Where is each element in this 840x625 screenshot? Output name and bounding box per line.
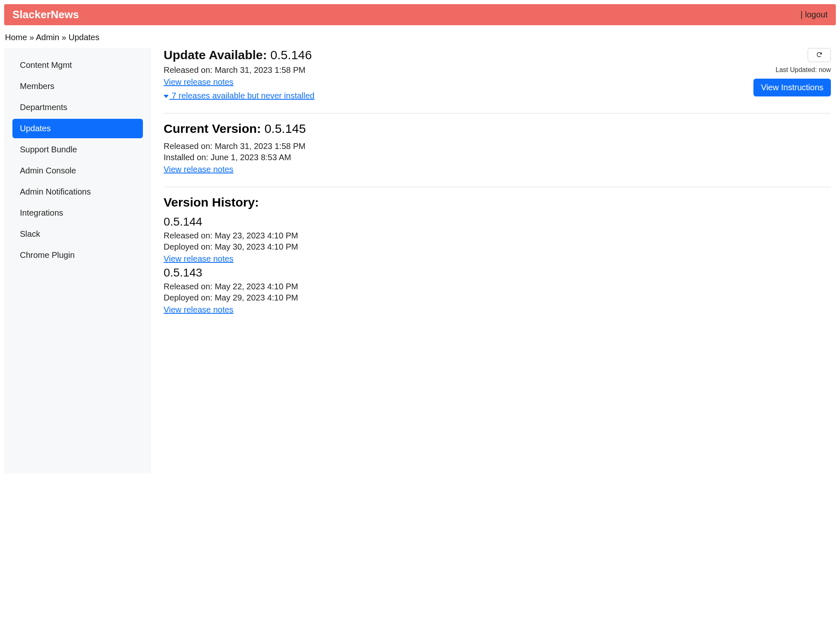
current-version-heading: Current Version: 0.5.145 bbox=[164, 122, 831, 136]
current-released-line: Released on: March 31, 2023 1:58 PM bbox=[164, 142, 831, 151]
update-available-version: 0.5.146 bbox=[270, 48, 312, 62]
deployed-label: Deployed on: bbox=[164, 293, 215, 302]
last-updated-text: Last Updated: now bbox=[753, 66, 831, 74]
view-instructions-button[interactable]: View Instructions bbox=[753, 79, 831, 96]
sidebar-item-label: Departments bbox=[20, 103, 68, 112]
history-item: 0.5.143 Released on: May 22, 2023 4:10 P… bbox=[164, 266, 831, 315]
deployed-value: May 29, 2023 4:10 PM bbox=[215, 293, 298, 302]
sidebar-item-content-mgmt[interactable]: Content Mgmt bbox=[12, 55, 143, 75]
sidebar-item-label: Admin Notifications bbox=[20, 187, 91, 196]
divider bbox=[164, 187, 831, 187]
update-available-heading: Update Available: 0.5.146 bbox=[164, 48, 314, 62]
version-history-label: Version History: bbox=[164, 195, 259, 209]
sidebar-item-updates[interactable]: Updates bbox=[12, 119, 143, 138]
breadcrumb-current: Updates bbox=[68, 33, 99, 42]
main-content: Update Available: 0.5.146 Released on: M… bbox=[164, 48, 836, 317]
installed-label: Installed on: bbox=[164, 153, 210, 162]
breadcrumb-sep1: » bbox=[27, 33, 36, 42]
sidebar-item-label: Updates bbox=[20, 124, 51, 133]
history-released-line: Released on: May 23, 2023 4:10 PM bbox=[164, 231, 831, 240]
history-release-notes-link[interactable]: View release notes bbox=[164, 254, 234, 264]
current-release-notes-link[interactable]: View release notes bbox=[164, 165, 234, 174]
sidebar-item-departments[interactable]: Departments bbox=[12, 98, 143, 117]
sidebar-item-label: Admin Console bbox=[20, 166, 76, 175]
released-label: Released on: bbox=[164, 282, 215, 291]
sidebar-item-label: Content Mgmt bbox=[20, 60, 72, 70]
logout-area: | logout bbox=[801, 10, 828, 19]
released-label: Released on: bbox=[164, 231, 215, 240]
logout-link[interactable]: logout bbox=[805, 10, 828, 19]
header-bar: SlackerNews | logout bbox=[4, 4, 836, 25]
history-released-line: Released on: May 22, 2023 4:10 PM bbox=[164, 282, 831, 291]
current-version-value: 0.5.145 bbox=[264, 122, 306, 135]
deployed-value: May 30, 2023 4:10 PM bbox=[215, 242, 298, 251]
sidebar-item-slack[interactable]: Slack bbox=[12, 224, 143, 244]
update-available-label: Update Available: bbox=[164, 48, 270, 62]
sidebar-item-label: Slack bbox=[20, 229, 40, 238]
sidebar-item-label: Support Bundle bbox=[20, 145, 77, 154]
released-value: May 22, 2023 4:10 PM bbox=[215, 282, 298, 291]
sidebar-item-label: Integrations bbox=[20, 208, 63, 217]
sidebar-item-admin-notifications[interactable]: Admin Notifications bbox=[12, 182, 143, 202]
sidebar-item-support-bundle[interactable]: Support Bundle bbox=[12, 140, 143, 159]
sidebar-item-label: Chrome Plugin bbox=[20, 250, 75, 260]
history-deployed-line: Deployed on: May 29, 2023 4:10 PM bbox=[164, 293, 831, 303]
breadcrumb: Home » Admin » Updates bbox=[4, 25, 836, 48]
released-value: May 23, 2023 4:10 PM bbox=[215, 231, 298, 240]
sidebar-item-integrations[interactable]: Integrations bbox=[12, 203, 143, 223]
last-updated-value: now bbox=[819, 66, 831, 73]
update-release-notes-link[interactable]: View release notes bbox=[164, 77, 234, 87]
released-label: Released on: bbox=[164, 142, 215, 151]
refresh-icon bbox=[816, 51, 823, 60]
update-released-line: Released on: March 31, 2023 1:58 PM bbox=[164, 65, 314, 75]
released-value: March 31, 2023 1:58 PM bbox=[215, 65, 305, 75]
deployed-label: Deployed on: bbox=[164, 242, 215, 251]
sidebar: Content Mgmt Members Departments Updates… bbox=[4, 48, 151, 474]
divider bbox=[164, 113, 831, 113]
pending-releases-toggle[interactable]: 7 releases available but never installed bbox=[164, 91, 314, 101]
sidebar-item-label: Members bbox=[20, 82, 54, 91]
breadcrumb-home[interactable]: Home bbox=[5, 33, 27, 42]
history-release-notes-link[interactable]: View release notes bbox=[164, 305, 234, 315]
history-version: 0.5.144 bbox=[164, 215, 831, 228]
sidebar-item-chrome-plugin[interactable]: Chrome Plugin bbox=[12, 245, 143, 265]
current-version-label: Current Version: bbox=[164, 122, 264, 135]
caret-down-icon bbox=[164, 95, 169, 98]
breadcrumb-sep2: » bbox=[59, 33, 68, 42]
refresh-button[interactable] bbox=[808, 48, 831, 62]
version-history-heading: Version History: bbox=[164, 195, 831, 209]
history-version: 0.5.143 bbox=[164, 266, 831, 279]
brand-logo[interactable]: SlackerNews bbox=[12, 8, 79, 21]
current-installed-line: Installed on: June 1, 2023 8:53 AM bbox=[164, 153, 831, 162]
last-updated-label: Last Updated: bbox=[776, 66, 819, 73]
logout-separator: | bbox=[801, 10, 805, 19]
pending-releases-label: 7 releases available but never installed bbox=[169, 91, 314, 100]
history-deployed-line: Deployed on: May 30, 2023 4:10 PM bbox=[164, 242, 831, 252]
history-item: 0.5.144 Released on: May 23, 2023 4:10 P… bbox=[164, 215, 831, 264]
sidebar-item-admin-console[interactable]: Admin Console bbox=[12, 161, 143, 180]
installed-value: June 1, 2023 8:53 AM bbox=[210, 153, 291, 162]
released-label: Released on: bbox=[164, 65, 215, 75]
breadcrumb-admin[interactable]: Admin bbox=[36, 33, 60, 42]
released-value: March 31, 2023 1:58 PM bbox=[215, 142, 305, 151]
sidebar-item-members[interactable]: Members bbox=[12, 77, 143, 96]
